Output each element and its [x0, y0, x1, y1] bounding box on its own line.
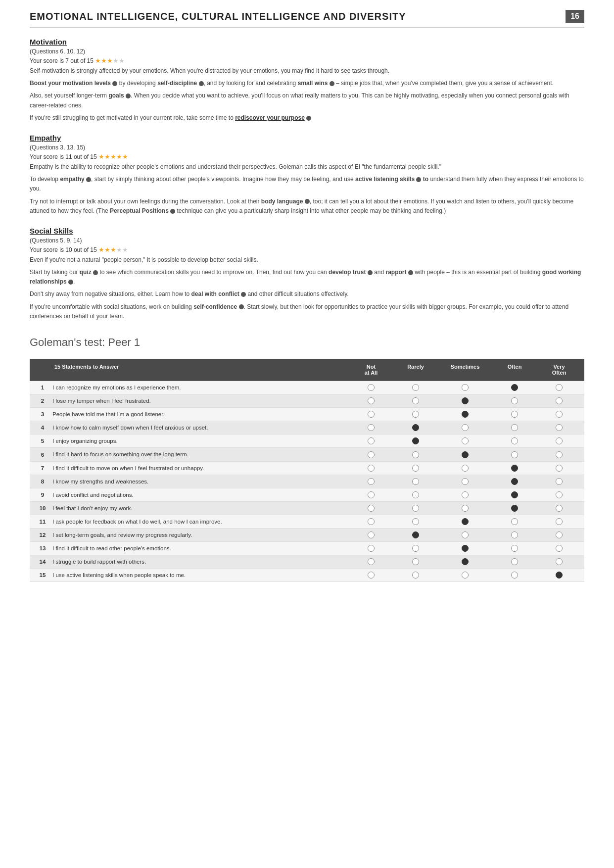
radio-unselected[interactable]: [368, 531, 375, 538]
radio-unselected[interactable]: [462, 572, 469, 579]
table-row[interactable]: 3 People have told me that I'm a good li…: [30, 408, 584, 421]
table-row[interactable]: 1 I can recognize my emotions as I exper…: [30, 381, 584, 394]
radio-selected[interactable]: [511, 505, 518, 512]
table-row[interactable]: 12 I set long-term goals, and review my …: [30, 529, 584, 542]
radio-option-5[interactable]: [537, 397, 581, 404]
radio-option-3[interactable]: [438, 478, 492, 485]
radio-option-5[interactable]: [537, 424, 581, 431]
radio-option-4[interactable]: [492, 424, 537, 431]
radio-option-1[interactable]: [349, 411, 393, 418]
radio-unselected[interactable]: [511, 545, 518, 552]
radio-unselected[interactable]: [511, 451, 518, 458]
radio-option-5[interactable]: [537, 465, 581, 472]
radio-unselected[interactable]: [412, 465, 419, 472]
radio-selected[interactable]: [412, 437, 419, 444]
radio-option-2[interactable]: [393, 478, 438, 485]
radio-selected[interactable]: [462, 545, 469, 552]
radio-selected[interactable]: [511, 478, 518, 485]
radio-unselected[interactable]: [412, 558, 419, 565]
radio-unselected[interactable]: [556, 424, 563, 431]
radio-unselected[interactable]: [556, 465, 563, 472]
radio-unselected[interactable]: [556, 411, 563, 418]
radio-unselected[interactable]: [556, 518, 563, 525]
radio-unselected[interactable]: [462, 384, 469, 391]
radio-unselected[interactable]: [368, 411, 375, 418]
radio-unselected[interactable]: [462, 531, 469, 538]
radio-option-2[interactable]: [393, 531, 438, 538]
radio-option-4[interactable]: [492, 545, 537, 552]
radio-selected[interactable]: [511, 465, 518, 472]
radio-option-3[interactable]: [438, 411, 492, 418]
radio-option-1[interactable]: [349, 384, 393, 391]
radio-option-5[interactable]: [537, 384, 581, 391]
table-row[interactable]: 7 I find it difficult to move on when I …: [30, 462, 584, 475]
radio-option-4[interactable]: [492, 572, 537, 579]
radio-unselected[interactable]: [368, 505, 375, 512]
radio-unselected[interactable]: [368, 424, 375, 431]
table-row[interactable]: 9 I avoid conflict and negotiations.: [30, 488, 584, 502]
radio-option-4[interactable]: [492, 558, 537, 565]
radio-option-4[interactable]: [492, 491, 537, 498]
radio-option-5[interactable]: [537, 558, 581, 565]
radio-option-1[interactable]: [349, 424, 393, 431]
radio-option-2[interactable]: [393, 558, 438, 565]
radio-unselected[interactable]: [556, 491, 563, 498]
radio-option-5[interactable]: [537, 505, 581, 512]
radio-option-2[interactable]: [393, 397, 438, 404]
radio-option-4[interactable]: [492, 451, 537, 458]
table-row[interactable]: 8 I know my strengths and weaknesses.: [30, 475, 584, 488]
radio-selected[interactable]: [511, 491, 518, 498]
radio-unselected[interactable]: [368, 465, 375, 472]
radio-unselected[interactable]: [462, 465, 469, 472]
radio-option-1[interactable]: [349, 397, 393, 404]
radio-unselected[interactable]: [368, 397, 375, 404]
radio-unselected[interactable]: [511, 558, 518, 565]
radio-unselected[interactable]: [412, 384, 419, 391]
radio-unselected[interactable]: [412, 518, 419, 525]
radio-option-3[interactable]: [438, 437, 492, 444]
radio-unselected[interactable]: [511, 531, 518, 538]
radio-unselected[interactable]: [556, 384, 563, 391]
radio-option-5[interactable]: [537, 518, 581, 525]
radio-option-3[interactable]: [438, 572, 492, 579]
radio-unselected[interactable]: [511, 411, 518, 418]
radio-unselected[interactable]: [412, 478, 419, 485]
radio-unselected[interactable]: [368, 491, 375, 498]
radio-option-2[interactable]: [393, 505, 438, 512]
radio-option-2[interactable]: [393, 384, 438, 391]
radio-option-5[interactable]: [537, 545, 581, 552]
radio-unselected[interactable]: [412, 505, 419, 512]
table-row[interactable]: 10 I feel that I don't enjoy my work.: [30, 502, 584, 515]
radio-unselected[interactable]: [462, 424, 469, 431]
radio-unselected[interactable]: [412, 397, 419, 404]
radio-selected[interactable]: [412, 531, 419, 538]
radio-option-4[interactable]: [492, 505, 537, 512]
radio-unselected[interactable]: [556, 437, 563, 444]
radio-selected[interactable]: [462, 451, 469, 458]
radio-selected[interactable]: [511, 384, 518, 391]
radio-option-4[interactable]: [492, 465, 537, 472]
radio-option-5[interactable]: [537, 531, 581, 538]
radio-unselected[interactable]: [511, 397, 518, 404]
radio-option-3[interactable]: [438, 465, 492, 472]
radio-option-5[interactable]: [537, 572, 581, 579]
radio-option-3[interactable]: [438, 545, 492, 552]
radio-option-1[interactable]: [349, 531, 393, 538]
radio-option-4[interactable]: [492, 384, 537, 391]
radio-option-1[interactable]: [349, 558, 393, 565]
table-row[interactable]: 5 I enjoy organizing groups.: [30, 434, 584, 448]
radio-option-3[interactable]: [438, 424, 492, 431]
radio-unselected[interactable]: [556, 478, 563, 485]
radio-option-2[interactable]: [393, 572, 438, 579]
radio-unselected[interactable]: [462, 491, 469, 498]
radio-selected[interactable]: [556, 572, 563, 579]
radio-option-3[interactable]: [438, 397, 492, 404]
table-row[interactable]: 15 I use active listening skills when pe…: [30, 569, 584, 582]
radio-option-2[interactable]: [393, 491, 438, 498]
radio-unselected[interactable]: [511, 437, 518, 444]
radio-unselected[interactable]: [462, 505, 469, 512]
radio-option-2[interactable]: [393, 465, 438, 472]
radio-unselected[interactable]: [556, 397, 563, 404]
radio-option-2[interactable]: [393, 411, 438, 418]
radio-option-3[interactable]: [438, 451, 492, 458]
